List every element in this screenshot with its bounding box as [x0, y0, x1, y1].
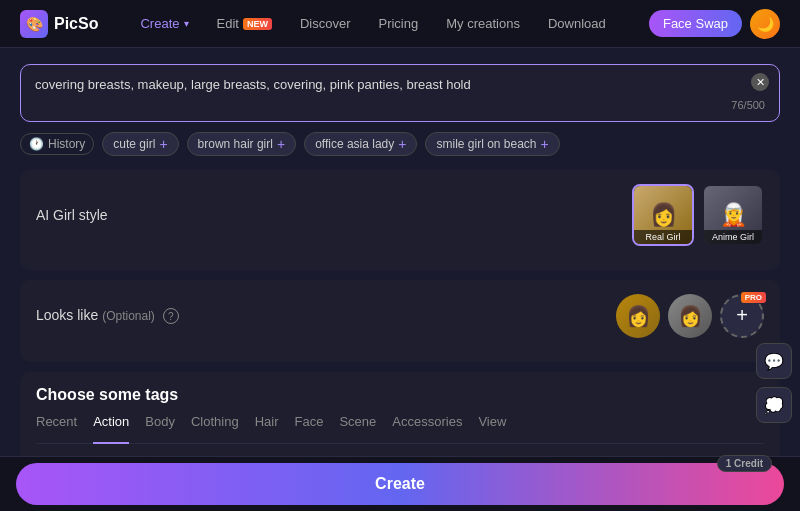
looks-like-title: Looks like (Optional) ? [36, 307, 179, 325]
style-options: 👩 Real Girl 🧝 Anime Girl [632, 184, 764, 246]
credit-badge: 1 Credit [717, 455, 772, 472]
tag-nav-body[interactable]: Body [145, 414, 175, 435]
tag-nav-accessories[interactable]: Accessories [392, 414, 462, 435]
choose-tags-section: Choose some tags Recent Action Body Clot… [20, 372, 780, 457]
tag-nav: Recent Action Body Clothing Hair Face Sc… [36, 414, 764, 444]
nav-right: Face Swap 🌙 [649, 9, 780, 39]
prompt-box[interactable]: covering breasts, makeup, large breasts,… [20, 64, 780, 122]
looks-avatar-2[interactable]: 👩 [668, 294, 712, 338]
logo[interactable]: 🎨 PicSo [20, 10, 98, 38]
history-icon: 🕐 [29, 137, 44, 151]
preset-tag-smile-beach[interactable]: smile girl on beach + [425, 132, 559, 156]
right-sidebar: 💬 💭 [748, 335, 800, 431]
optional-text: (Optional) [102, 309, 155, 323]
history-button[interactable]: 🕐 History [20, 133, 94, 155]
tag-nav-face[interactable]: Face [295, 414, 324, 435]
chat-icon-button[interactable]: 💬 [756, 343, 792, 379]
nav-pricing[interactable]: Pricing [366, 10, 430, 37]
tag-nav-action[interactable]: Action [93, 414, 129, 444]
logo-icon: 🎨 [20, 10, 48, 38]
preset-tag-office-asia[interactable]: office asia lady + [304, 132, 417, 156]
help-icon[interactable]: ? [163, 308, 179, 324]
ai-girl-style-title: AI Girl style [36, 207, 108, 223]
tag-nav-scene[interactable]: Scene [339, 414, 376, 435]
user-avatar[interactable]: 🌙 [750, 9, 780, 39]
message-icon-button[interactable]: 💭 [756, 387, 792, 423]
preset-tags-row: 🕐 History cute girl + brown hair girl + … [20, 132, 780, 156]
nav-my-creations[interactable]: My creations [434, 10, 532, 37]
header: 🎨 PicSo Create ▾ Edit NEW Discover Prici… [0, 0, 800, 48]
looks-like-section: Looks like (Optional) ? 👩 👩 + PRO [20, 280, 780, 362]
style-anime-girl[interactable]: 🧝 Anime Girl [702, 184, 764, 246]
style-real-girl[interactable]: 👩 Real Girl [632, 184, 694, 246]
ai-girl-style-header: AI Girl style 👩 Real Girl 🧝 Anime Girl [36, 184, 764, 246]
prompt-counter: 76/500 [35, 99, 765, 111]
preset-tag-brown-hair[interactable]: brown hair girl + [187, 132, 297, 156]
add-avatar-button[interactable]: + PRO [720, 294, 764, 338]
logo-text: PicSo [54, 15, 98, 33]
looks-like-header: Looks like (Optional) ? 👩 👩 + PRO [36, 294, 764, 338]
tag-nav-recent[interactable]: Recent [36, 414, 77, 435]
tag-nav-view[interactable]: View [478, 414, 506, 435]
nav-edit[interactable]: Edit NEW [205, 10, 284, 37]
real-girl-label: Real Girl [634, 230, 692, 244]
main-nav: Create ▾ Edit NEW Discover Pricing My cr… [128, 10, 648, 37]
prompt-clear-button[interactable]: ✕ [751, 73, 769, 91]
dropdown-arrow: ▾ [184, 18, 189, 29]
tag-nav-hair[interactable]: Hair [255, 414, 279, 435]
preset-tag-cute-girl[interactable]: cute girl + [102, 132, 178, 156]
ai-girl-style-section: AI Girl style 👩 Real Girl 🧝 Anime Girl [20, 170, 780, 270]
edit-badge: NEW [243, 18, 272, 30]
looks-avatar-1[interactable]: 👩 [616, 294, 660, 338]
chat-icon: 💬 [764, 352, 784, 371]
nav-download[interactable]: Download [536, 10, 618, 37]
create-button[interactable]: Create 1 Credit [16, 463, 784, 505]
choose-tags-title: Choose some tags [36, 386, 764, 404]
tag-nav-clothing[interactable]: Clothing [191, 414, 239, 435]
message-icon: 💭 [764, 396, 784, 415]
pro-badge: PRO [741, 292, 766, 303]
anime-girl-label: Anime Girl [704, 230, 762, 244]
main-content: covering breasts, makeup, large breasts,… [0, 48, 800, 456]
prompt-text[interactable]: covering breasts, makeup, large breasts,… [35, 75, 765, 95]
looks-avatars: 👩 👩 + PRO [616, 294, 764, 338]
face-swap-button[interactable]: Face Swap [649, 10, 742, 37]
nav-discover[interactable]: Discover [288, 10, 363, 37]
nav-create[interactable]: Create ▾ [128, 10, 200, 37]
bottom-bar: Create 1 Credit [0, 456, 800, 511]
